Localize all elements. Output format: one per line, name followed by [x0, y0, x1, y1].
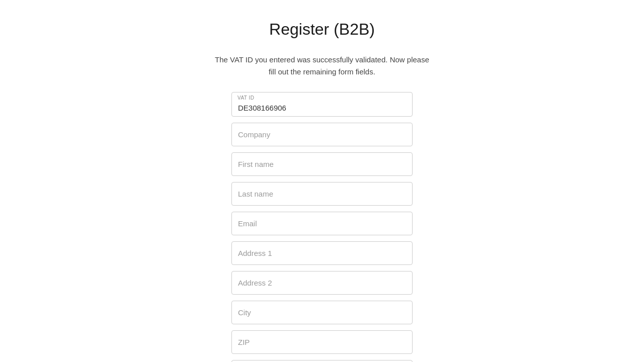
first-name-input[interactable] [231, 152, 413, 176]
country-field-group [231, 360, 413, 362]
subtitle: The VAT ID you entered was successfully … [215, 54, 429, 78]
address1-field-group [231, 241, 413, 265]
email-field-group [231, 212, 413, 235]
registration-form: VAT ID [231, 92, 413, 362]
email-input[interactable] [231, 212, 413, 235]
first-name-field-group [231, 152, 413, 176]
address2-input[interactable] [231, 271, 413, 295]
page-wrapper: Register (B2B) The VAT ID you entered wa… [0, 0, 644, 362]
address2-field-group [231, 271, 413, 295]
vat-input[interactable] [231, 92, 413, 117]
address1-input[interactable] [231, 241, 413, 265]
last-name-field-group [231, 182, 413, 206]
country-input[interactable] [231, 360, 413, 362]
last-name-input[interactable] [231, 182, 413, 206]
zip-input[interactable] [231, 330, 413, 354]
vat-field-group: VAT ID [231, 92, 413, 117]
company-input[interactable] [231, 123, 413, 146]
city-field-group [231, 301, 413, 324]
city-input[interactable] [231, 301, 413, 324]
company-field-group [231, 123, 413, 146]
page-title: Register (B2B) [269, 20, 375, 39]
zip-field-group [231, 330, 413, 354]
